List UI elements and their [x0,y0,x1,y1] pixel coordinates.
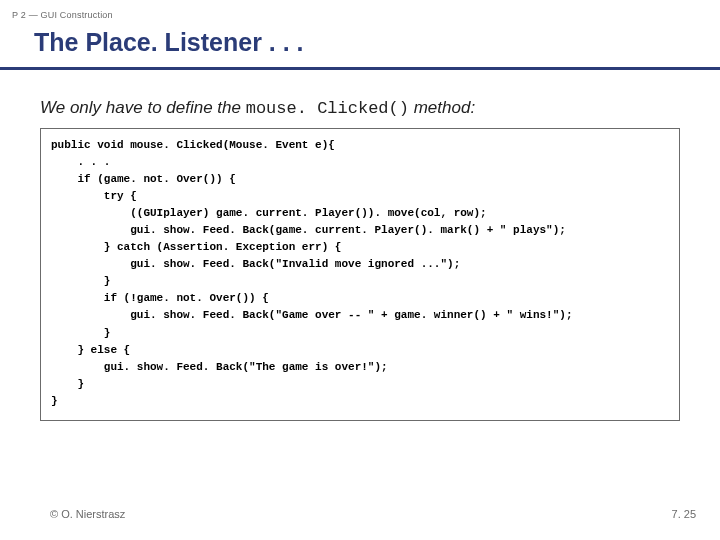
lead-prefix: We only have to define the [40,98,246,117]
footer-page-number: 7. 25 [672,508,696,520]
breadcrumb: P 2 — GUI Construction [0,0,720,20]
title-underline [0,67,720,70]
lead-suffix: method: [409,98,475,117]
slide: P 2 — GUI Construction The Place. Listen… [0,0,720,540]
lead-code: mouse. Clicked() [246,99,409,118]
title-block: The Place. Listener . . . [0,28,720,57]
page-title: The Place. Listener . . . [34,28,720,57]
code-block: public void mouse. Clicked(Mouse. Event … [40,128,680,421]
lead-text: We only have to define the mouse. Clicke… [0,98,720,118]
footer-copyright: © O. Nierstrasz [50,508,125,520]
